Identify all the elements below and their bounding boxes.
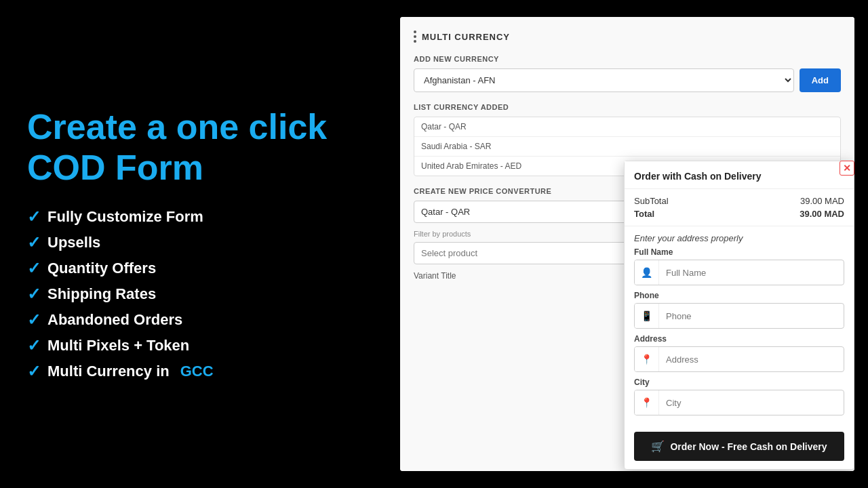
address-input[interactable] xyxy=(659,349,844,370)
feature-text: Shipping Rates xyxy=(47,285,156,303)
close-button[interactable]: ✕ xyxy=(840,161,854,176)
city-location-icon: 📍 xyxy=(635,390,659,415)
feature-text: Multi Currency in xyxy=(47,363,170,380)
list-item: Saudi Arabia - SAR xyxy=(414,137,840,157)
check-icon: ✓ xyxy=(27,362,41,381)
feature-list: ✓ Fully Customize Form ✓ Upsells ✓ Quant… xyxy=(27,207,366,381)
city-label: City xyxy=(634,378,844,387)
check-icon: ✓ xyxy=(27,285,41,304)
cod-form-body: Full Name 👤 Phone 📱 Address xyxy=(625,247,854,428)
order-now-button[interactable]: 🛒 Order Now - Free Cash on Delivery xyxy=(634,432,844,461)
check-icon: ✓ xyxy=(27,233,41,252)
app-window: MULTI CURRENCY ADD NEW CURRENCY Afghanis… xyxy=(400,17,854,471)
fullname-input-row: 👤 xyxy=(634,260,844,285)
total-value: 39.00 MAD xyxy=(800,209,844,219)
panel-header: MULTI CURRENCY xyxy=(414,30,841,43)
feature-text: Upsells xyxy=(47,234,100,251)
list-item: ✓ Quantity Offers xyxy=(27,259,366,278)
address-field-group: Address 📍 xyxy=(634,334,844,372)
hero-title: Create a one click COD Form xyxy=(27,107,366,188)
phone-field-group: Phone 📱 xyxy=(634,291,844,329)
total-label: Total xyxy=(634,209,654,219)
check-icon: ✓ xyxy=(27,336,41,355)
submit-label: Order Now - Free Cash on Delivery xyxy=(670,441,827,452)
list-item: ✓ Abandoned Orders xyxy=(27,310,366,329)
menu-icon xyxy=(414,30,416,43)
cod-address-header: Enter your address properly xyxy=(625,226,854,247)
currency-select[interactable]: Afghanistan - AFN Qatar - QAR Saudi Arab… xyxy=(414,68,794,92)
add-currency-label: ADD NEW CURRENCY xyxy=(414,55,841,63)
phone-label: Phone xyxy=(634,291,844,300)
add-currency-button[interactable]: Add xyxy=(800,68,841,92)
city-field-group: City 📍 xyxy=(634,378,844,415)
check-icon: ✓ xyxy=(27,259,41,278)
phone-input-row: 📱 xyxy=(634,303,844,329)
cod-summary: SubTotal 39.00 MAD Total 39.00 MAD xyxy=(625,189,854,226)
address-input-row: 📍 xyxy=(634,346,844,372)
left-panel: Create a one click COD Form ✓ Fully Cust… xyxy=(0,0,387,488)
list-item: ✓ Upsells xyxy=(27,233,366,252)
subtotal-value: 39.00 MAD xyxy=(800,196,844,206)
list-currency-label: LIST CURRENCY ADDED xyxy=(414,103,841,111)
list-item: Qatar - QAR xyxy=(414,117,840,137)
check-icon: ✓ xyxy=(27,310,41,329)
fullname-input[interactable] xyxy=(659,262,844,283)
person-icon: 👤 xyxy=(635,260,659,285)
list-item: ✓ Fully Customize Form xyxy=(27,207,366,226)
check-icon: ✓ xyxy=(27,207,41,226)
currency-add-row: Afghanistan - AFN Qatar - QAR Saudi Arab… xyxy=(414,68,841,92)
list-item: ✓ Multi Currency in GCC xyxy=(27,362,366,381)
location-icon: 📍 xyxy=(635,347,659,371)
phone-icon: 📱 xyxy=(635,304,659,328)
total-row: Total 39.00 MAD xyxy=(634,209,844,219)
city-input-row: 📍 xyxy=(634,390,844,415)
address-label: Address xyxy=(634,334,844,344)
cart-icon: 🛒 xyxy=(651,440,665,453)
feature-text: Quantity Offers xyxy=(47,260,156,277)
cod-header-title: Order with Cash on Delivery xyxy=(634,171,844,182)
fullname-label: Full Name xyxy=(634,247,844,257)
cod-header: Order with Cash on Delivery xyxy=(625,161,854,189)
phone-input[interactable] xyxy=(659,306,844,327)
cod-form: ✕ Order with Cash on Delivery SubTotal 3… xyxy=(624,161,854,470)
feature-text: Abandoned Orders xyxy=(47,311,182,329)
feature-text: Multi Pixels + Token xyxy=(47,337,189,354)
subtotal-row: SubTotal 39.00 MAD xyxy=(634,196,844,206)
panel-title: MULTI CURRENCY xyxy=(422,32,510,42)
list-item: ✓ Multi Pixels + Token xyxy=(27,336,366,355)
city-input[interactable] xyxy=(659,392,844,413)
gcc-highlight: GCC xyxy=(180,363,214,380)
list-item: ✓ Shipping Rates xyxy=(27,285,366,304)
feature-text: Fully Customize Form xyxy=(47,208,203,226)
right-panel: MULTI CURRENCY ADD NEW CURRENCY Afghanis… xyxy=(387,0,868,488)
fullname-field-group: Full Name 👤 xyxy=(634,247,844,285)
subtotal-label: SubTotal xyxy=(634,196,669,206)
